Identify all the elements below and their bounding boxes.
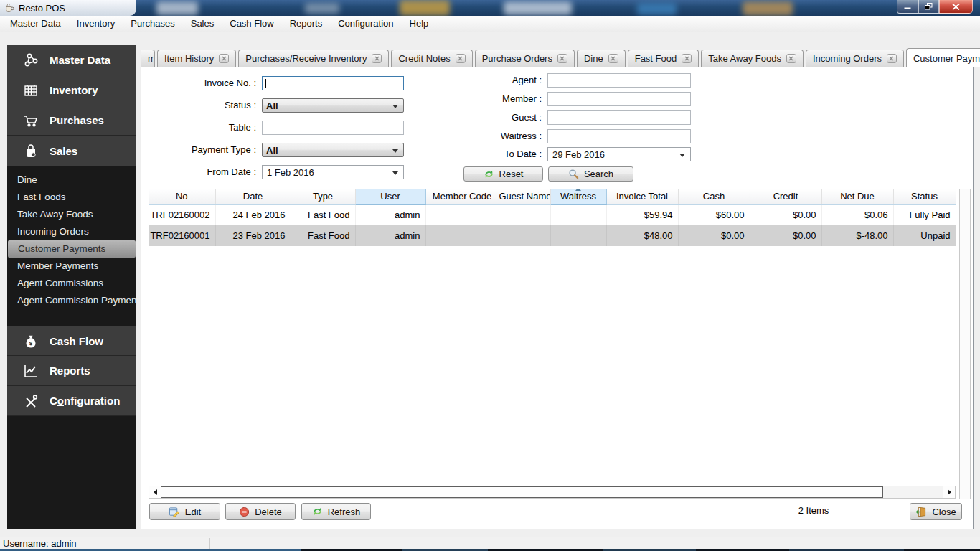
sidebar-item-agent-commission-payments[interactable]: Agent Commission Payments bbox=[7, 292, 136, 309]
sidebar: Master Data Inventory Purchases Sales bbox=[7, 45, 136, 529]
sidebar-item-agent-commissions[interactable]: Agent Commissions bbox=[7, 275, 136, 292]
tab-purchases-receive-inventory[interactable]: Purchases/Receive Inventory bbox=[238, 50, 389, 67]
tab-take-away-foods[interactable]: Take Away Foods bbox=[701, 50, 804, 67]
cell-guest-name bbox=[499, 225, 550, 246]
vertical-scrollbar[interactable] bbox=[959, 189, 971, 499]
cell-invoice-total: $59.94 bbox=[606, 204, 678, 225]
column-header-user[interactable]: User bbox=[355, 189, 425, 204]
delete-label: Delete bbox=[255, 507, 282, 517]
tab-close-icon[interactable] bbox=[456, 54, 466, 63]
tab-purchase-orders[interactable]: Purchase Orders bbox=[475, 50, 575, 67]
scroll-left-icon[interactable] bbox=[149, 486, 161, 498]
tab-incoming-orders[interactable]: Incoming Orders bbox=[806, 50, 904, 67]
tab-label: Purchase Orders bbox=[482, 53, 552, 64]
cell-type: Fast Food bbox=[291, 225, 355, 246]
desktop-blob bbox=[400, 0, 450, 16]
tab-close-icon[interactable] bbox=[557, 54, 567, 63]
sidebar-item-incoming-orders[interactable]: Incoming Orders bbox=[7, 223, 136, 240]
column-header-net-due[interactable]: Net Due bbox=[821, 189, 893, 204]
sidebar-item-purchases[interactable]: Purchases bbox=[7, 105, 136, 136]
table-row[interactable]: TRF02160001 23 Feb 2016 Fast Food admin … bbox=[149, 225, 956, 246]
tab-label: Incoming Orders bbox=[813, 53, 882, 64]
cell-date: 23 Feb 2016 bbox=[215, 225, 291, 246]
from-date-select[interactable]: 1 Feb 2016 bbox=[262, 165, 404, 179]
close-button[interactable]: Close bbox=[910, 503, 962, 520]
search-label: Search bbox=[584, 169, 613, 179]
tab-close-icon[interactable] bbox=[372, 54, 382, 63]
maximize-button[interactable] bbox=[918, 0, 939, 14]
payment-type-select[interactable]: All bbox=[262, 143, 404, 157]
column-header-waitress[interactable]: Waitress bbox=[550, 189, 606, 204]
horizontal-scrollbar[interactable] bbox=[149, 486, 956, 499]
search-button[interactable]: Search bbox=[548, 166, 633, 182]
sidebar-item-configuration[interactable]: Configuration bbox=[7, 386, 136, 416]
delete-button[interactable]: Delete bbox=[225, 503, 296, 520]
column-header-date[interactable]: Date bbox=[215, 189, 291, 204]
menu-cash-flow[interactable]: Cash Flow bbox=[222, 16, 281, 32]
scroll-right-icon[interactable] bbox=[943, 486, 955, 498]
column-header-status[interactable]: Status bbox=[893, 189, 956, 204]
tab-close-icon[interactable] bbox=[786, 54, 796, 63]
sidebar-item-fast-foods[interactable]: Fast Foods bbox=[7, 189, 136, 206]
payments-table: No Date Type User Member Code Guest Name… bbox=[149, 189, 956, 486]
column-header-credit[interactable]: Credit bbox=[750, 189, 821, 204]
sidebar-item-member-payments[interactable]: Member Payments bbox=[7, 258, 136, 275]
column-header-member-code[interactable]: Member Code bbox=[425, 189, 499, 204]
tab-close-icon[interactable] bbox=[682, 54, 692, 63]
menu-inventory[interactable]: Inventory bbox=[69, 16, 123, 32]
table-row[interactable]: TRF02160002 24 Feb 2016 Fast Food admin … bbox=[149, 204, 956, 225]
tab-item-history[interactable]: Item History bbox=[157, 50, 236, 67]
reset-button[interactable]: Reset bbox=[463, 166, 543, 182]
minimize-button[interactable] bbox=[897, 0, 918, 14]
tab-close-icon[interactable] bbox=[608, 54, 618, 63]
guest-input[interactable] bbox=[547, 110, 691, 125]
invoice-no-input[interactable] bbox=[262, 76, 404, 90]
cell-waitress bbox=[550, 225, 606, 246]
tab-dine[interactable]: Dine bbox=[577, 50, 626, 67]
tab-ments[interactable]: ments bbox=[141, 50, 155, 67]
tab-credit-notes[interactable]: Credit Notes bbox=[391, 50, 472, 67]
cell-status: Unpaid bbox=[893, 225, 956, 246]
menu-reports[interactable]: Reports bbox=[282, 16, 331, 32]
tab-close-icon[interactable] bbox=[887, 54, 897, 63]
agent-label: Agent : bbox=[456, 73, 542, 88]
menu-purchases[interactable]: Purchases bbox=[123, 16, 182, 32]
tab-close-icon[interactable] bbox=[219, 54, 229, 63]
sidebar-item-customer-payments[interactable]: Customer Payments bbox=[8, 240, 136, 258]
column-header-cash[interactable]: Cash bbox=[678, 189, 750, 204]
sidebar-item-cash-flow[interactable]: $ Cash Flow bbox=[7, 326, 136, 356]
column-header-guest-name[interactable]: Guest Name bbox=[499, 189, 550, 204]
menu-help[interactable]: Help bbox=[402, 16, 437, 32]
workspace: Master Data Inventory Purchases Sales bbox=[0, 32, 980, 537]
edit-button[interactable]: Edit bbox=[149, 503, 220, 520]
tab-fast-food[interactable]: Fast Food bbox=[628, 50, 699, 67]
column-header-no[interactable]: No bbox=[149, 189, 215, 204]
column-header-type[interactable]: Type bbox=[291, 189, 355, 204]
sidebar-label: Reports bbox=[50, 364, 90, 377]
menu-sales[interactable]: Sales bbox=[183, 16, 222, 32]
table-input[interactable] bbox=[262, 121, 404, 135]
menu-master-data[interactable]: Master Data bbox=[2, 16, 69, 32]
column-header-invoice-total[interactable]: Invoice Total bbox=[606, 189, 678, 204]
status-bar: Username: admin bbox=[0, 537, 980, 549]
refresh-button[interactable]: Refresh bbox=[301, 503, 371, 520]
tab-customer-payments[interactable]: Customer Payments bbox=[906, 48, 980, 67]
status-select[interactable]: All bbox=[262, 98, 404, 113]
sidebar-label: Sales bbox=[50, 145, 77, 157]
main-panel: ments Item History Purchases/Receive Inv… bbox=[141, 47, 974, 529]
sidebar-item-inventory[interactable]: Inventory bbox=[7, 75, 136, 105]
sidebar-item-dine[interactable]: Dine bbox=[7, 171, 136, 189]
scrollbar-thumb[interactable] bbox=[161, 486, 883, 498]
sidebar-item-sales[interactable]: Sales bbox=[7, 136, 136, 166]
tab-label: Customer Payments bbox=[913, 53, 980, 64]
close-window-button[interactable] bbox=[939, 0, 973, 14]
menu-configuration[interactable]: Configuration bbox=[330, 16, 401, 32]
member-input[interactable] bbox=[547, 92, 691, 106]
agent-input[interactable] bbox=[547, 73, 691, 88]
sidebar-item-master-data[interactable]: Master Data bbox=[7, 45, 136, 75]
waitress-input[interactable] bbox=[547, 129, 691, 143]
sidebar-item-reports[interactable]: Reports bbox=[7, 356, 136, 386]
sidebar-item-take-away-foods[interactable]: Take Away Foods bbox=[7, 206, 136, 223]
green-refresh-icon bbox=[312, 507, 323, 517]
to-date-select[interactable]: 29 Feb 2016 bbox=[547, 147, 691, 161]
